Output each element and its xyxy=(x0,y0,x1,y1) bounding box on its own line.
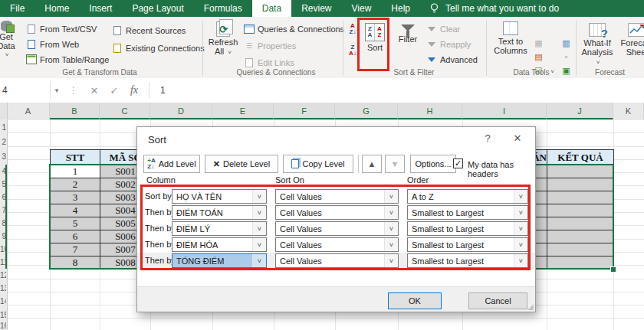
forecast-sheet-button[interactable]: Forecast Sheet xyxy=(618,23,644,57)
my-data-has-headers-checkbox[interactable]: ✓ xyxy=(453,158,463,168)
column-select[interactable]: HỌ VÀ TÊN˅ xyxy=(172,189,267,204)
add-level-button[interactable]: +AZ↓ Add Level xyxy=(143,155,200,173)
chevron-down-icon[interactable]: ˅ xyxy=(384,238,398,251)
from-text-csv-button[interactable]: From Text/CSV xyxy=(26,23,97,34)
chevron-down-icon[interactable]: ˅ xyxy=(514,222,527,235)
column-header-G[interactable]: G xyxy=(335,103,398,119)
cell-partial[interactable] xyxy=(534,243,547,256)
order-select[interactable]: Smallest to Largest˅ xyxy=(407,253,528,268)
cell-stt-5[interactable]: 5 xyxy=(50,217,100,230)
sort-on-select[interactable]: Cell Values˅ xyxy=(275,189,399,204)
cell-partial[interactable] xyxy=(534,165,547,178)
column-header-D[interactable]: D xyxy=(150,103,212,119)
flash-fill-icon[interactable]: ▦ xyxy=(534,38,544,47)
tab-home[interactable]: Home xyxy=(34,0,79,17)
cell-stt-4[interactable]: 4 xyxy=(50,204,100,217)
sort-on-select[interactable]: Cell Values˅ xyxy=(275,205,399,220)
cell-partial[interactable] xyxy=(534,191,547,204)
column-select[interactable]: ĐIỂM LÝ˅ xyxy=(172,221,267,236)
cell-stt-6[interactable]: 6 xyxy=(50,230,100,243)
cell-ket-qua[interactable] xyxy=(547,178,614,191)
existing-connections-button[interactable]: Existing Connections xyxy=(112,42,205,54)
formula-input[interactable]: 1 xyxy=(154,85,166,96)
tab-page-layout[interactable]: Page Layout xyxy=(122,0,193,17)
ok-button[interactable]: OK xyxy=(388,292,442,309)
chevron-down-icon[interactable]: ˅ xyxy=(384,254,398,267)
cell-ket-qua[interactable] xyxy=(547,230,614,243)
order-select[interactable]: Smallest to Largest˅ xyxy=(407,221,528,236)
chevron-down-icon[interactable]: ˅ xyxy=(252,206,266,219)
chevron-down-icon[interactable]: ˅ xyxy=(252,222,266,235)
cell-ket-qua[interactable] xyxy=(547,243,614,256)
column-select[interactable]: ĐIỂM TOÁN˅ xyxy=(172,205,267,220)
refresh-all-button[interactable]: ⟳ Refresh All ˅ xyxy=(205,21,241,57)
options-button[interactable]: Options... xyxy=(410,155,456,173)
clear-button[interactable]: Clear xyxy=(426,23,460,34)
column-header-J[interactable]: J xyxy=(547,103,613,119)
sort-z-to-a-button[interactable]: ZA↓ xyxy=(346,44,360,61)
move-level-down-button[interactable]: ▼ xyxy=(385,155,405,173)
tab-insert[interactable]: Insert xyxy=(79,0,122,17)
column-header-F[interactable]: F xyxy=(274,103,335,119)
tab-view[interactable]: View xyxy=(342,0,382,17)
confirm-entry-icon[interactable]: ✓ xyxy=(104,85,124,96)
cell-partial[interactable] xyxy=(534,256,547,270)
cell-stt-1[interactable]: 1 xyxy=(50,165,100,178)
formula-bar-handle[interactable]: ⋮ xyxy=(69,85,78,96)
column-select[interactable]: TỔNG ĐIỂM˅ xyxy=(172,253,267,268)
row-header-12[interactable]: 12 xyxy=(0,269,6,282)
name-box[interactable]: 4 xyxy=(0,81,51,100)
edit-links-button[interactable]: Edit Links xyxy=(244,57,294,68)
chevron-down-icon[interactable]: ˅ xyxy=(514,238,527,251)
sort-on-select[interactable]: Cell Values˅ xyxy=(275,221,399,236)
column-header-E[interactable]: E xyxy=(212,103,274,119)
column-header-C[interactable]: C xyxy=(100,103,150,119)
delete-level-button[interactable]: ✕ Delete Level xyxy=(205,155,278,173)
row-header-2[interactable]: 2 xyxy=(0,135,6,149)
row-header-3[interactable]: 3 xyxy=(0,149,6,165)
sort-button[interactable]: ZAAZ Sort xyxy=(360,23,389,52)
consolidate-icon[interactable]: ▤ xyxy=(534,52,544,61)
row-header-16[interactable]: 16 xyxy=(0,322,6,330)
chevron-down-icon[interactable]: ˅ xyxy=(514,206,527,219)
chevron-down-icon[interactable]: ˅ xyxy=(514,190,527,203)
relationships-icon[interactable]: ▫ xyxy=(561,52,571,61)
get-data-button[interactable]: Get Data ˅ xyxy=(0,21,23,60)
cell-ket-qua[interactable] xyxy=(547,191,614,204)
tab-formulas[interactable]: Formulas xyxy=(194,0,252,17)
order-select[interactable]: A to Z˅ xyxy=(407,189,528,204)
row-header-15[interactable]: 15 xyxy=(0,309,6,322)
sort-on-select[interactable]: Cell Values˅ xyxy=(275,253,399,268)
chevron-down-icon[interactable]: ˅ xyxy=(252,190,266,203)
order-select[interactable]: Smallest to Largest˅ xyxy=(407,237,528,252)
from-web-button[interactable]: From Web xyxy=(26,38,79,50)
cell-stt-8[interactable]: 8 xyxy=(50,256,100,270)
cell-ket-qua[interactable] xyxy=(547,165,614,178)
column-header-H[interactable]: H xyxy=(398,103,462,119)
chevron-down-icon[interactable]: ˅ xyxy=(384,206,398,219)
cell-stt-3[interactable]: 3 xyxy=(50,191,100,204)
what-if-analysis-button[interactable]: ? What-If Analysis ˅ xyxy=(580,23,615,67)
cancel-entry-icon[interactable]: ✕ xyxy=(84,85,104,96)
cell-partial[interactable] xyxy=(534,230,547,243)
advanced-button[interactable]: Advanced xyxy=(426,54,478,65)
sort-on-select[interactable]: Cell Values˅ xyxy=(275,237,399,252)
resize-grip[interactable] xyxy=(527,304,534,310)
column-header-B[interactable]: B xyxy=(50,103,100,119)
dialog-help-button[interactable]: ? xyxy=(477,132,498,144)
chevron-down-icon[interactable]: ˅ xyxy=(514,254,527,267)
cell-partial[interactable] xyxy=(534,178,547,191)
tab-help[interactable]: Help xyxy=(381,0,420,17)
tab-file[interactable]: File xyxy=(0,0,34,17)
cell-partial[interactable] xyxy=(534,204,547,217)
row-header-14[interactable]: 14 xyxy=(0,295,6,309)
insert-function-icon[interactable]: fx xyxy=(124,84,144,96)
sort-a-to-z-button[interactable]: AZ↓ xyxy=(346,23,360,40)
tell-me[interactable]: Tell me what you want to do xyxy=(429,0,559,17)
queries-connections-button[interactable]: Queries & Connections xyxy=(244,23,344,34)
column-header-A[interactable]: A xyxy=(7,103,50,119)
chevron-down-icon[interactable]: ˅ xyxy=(252,254,266,267)
filter-button[interactable]: Filter xyxy=(393,25,422,44)
move-level-up-button[interactable]: ▲ xyxy=(362,155,382,173)
tab-review[interactable]: Review xyxy=(291,0,341,17)
